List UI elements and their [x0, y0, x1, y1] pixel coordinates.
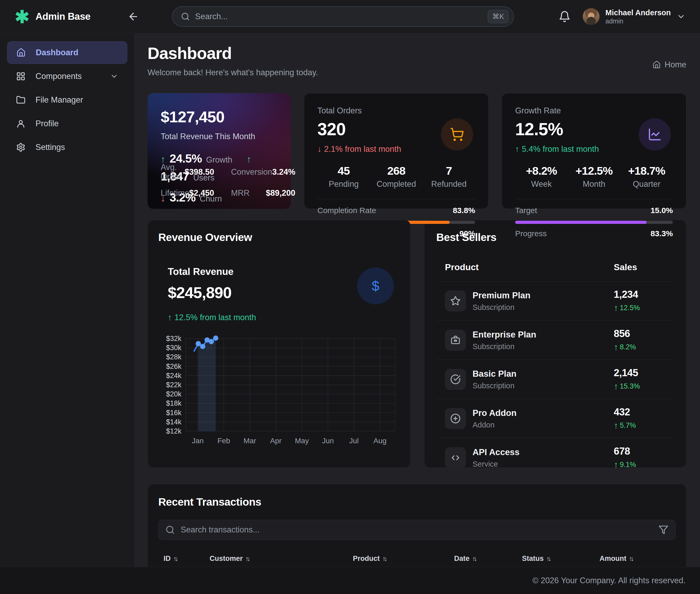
app-header: Admin Base ⌘K Michael Anderson admin [0, 0, 700, 33]
transactions-title: Recent Transactions [158, 496, 675, 508]
grid-icon [16, 71, 26, 81]
growth-quarter: +18.7% Quarter [620, 164, 673, 189]
sidebar-item-dashboard[interactable]: Dashboard [7, 41, 127, 64]
product-name: API Access [473, 447, 614, 457]
sidebar-item-components[interactable]: Components [7, 65, 127, 88]
product-type: Subscription [473, 303, 614, 312]
arrow-up-icon: ↑ [515, 144, 519, 154]
revenue-stat-card: $127,450 Total Revenue This Month ↑ 24.5… [147, 93, 291, 209]
product-name: Basic Plan [473, 369, 614, 379]
home-icon [653, 61, 661, 69]
column-sales: Sales [614, 262, 674, 272]
product-type: Subscription [473, 342, 614, 351]
svg-text:$14k: $14k [166, 418, 181, 426]
arrow-left-icon [128, 11, 139, 22]
revenue-label: Total Revenue This Month [161, 132, 278, 141]
product-change: 15.3% [620, 382, 640, 390]
arrow-up-icon: ↑ [614, 303, 618, 313]
best-seller-row: Enterprise Plan Subscription 856 ↑8.2% [436, 321, 674, 360]
search-shortcut-badge: ⌘K [488, 10, 509, 23]
best-seller-row: Premium Plan Subscription 1,234 ↑12.5% [436, 281, 674, 321]
dollar-icon: $ [357, 268, 394, 304]
svg-text:$24k: $24k [166, 372, 181, 380]
sidebar-item-settings[interactable]: Settings [7, 136, 127, 159]
chevron-down-icon [110, 72, 118, 80]
arrow-up-icon: ↑ [614, 342, 618, 352]
page-subtitle: Welcome back! Here's what's happening to… [147, 68, 318, 77]
column-customer-sort[interactable]: Customer↑↓ [210, 555, 353, 563]
product-type: Addon [473, 421, 614, 429]
arrow-down-icon: ↓ [317, 144, 322, 154]
revenue-value: $127,450 [161, 108, 278, 126]
funnel-icon [659, 525, 668, 535]
sidebar-item-file-manager[interactable]: File Manager [7, 89, 127, 111]
page-title: Dashboard [147, 44, 318, 63]
column-product: Product [445, 262, 479, 272]
global-search: ⌘K [172, 6, 514, 27]
sort-icon: ↑↓ [245, 555, 250, 562]
svg-text:$32k: $32k [166, 335, 181, 342]
orders-pending: 45 Pending [317, 164, 370, 189]
check-circle-icon [445, 369, 466, 390]
product-sales: 678 [614, 446, 674, 457]
svg-text:Jul: Jul [349, 437, 359, 445]
briefcase-icon [445, 330, 466, 351]
brand-name: Admin Base [35, 11, 91, 22]
column-amount-sort[interactable]: Amount↑↓ [600, 555, 675, 563]
column-date-sort[interactable]: Date↑↓ [454, 555, 522, 563]
sort-icon: ↑↓ [629, 555, 634, 562]
svg-text:$30k: $30k [166, 344, 181, 352]
svg-text:Apr: Apr [270, 437, 282, 445]
breadcrumb-home[interactable]: Home [653, 60, 686, 69]
brand-logo-link[interactable]: Admin Base [14, 9, 114, 24]
product-change: 9.1% [620, 461, 636, 469]
svg-text:Jan: Jan [192, 437, 204, 445]
revenue-chart: $32k$30k$28k$26k$24k$22k$20k$18k$16k$14k… [158, 335, 400, 447]
arrow-up-icon: ↑ [614, 420, 618, 431]
svg-text:Feb: Feb [217, 437, 230, 445]
sort-icon: ↑↓ [547, 555, 552, 562]
best-sellers-card: Best Sellers Product Sales Premium Plan … [424, 220, 686, 468]
orders-completed: 268 Completed [370, 164, 423, 189]
arrow-up-icon: ↑ [168, 313, 172, 322]
svg-text:$22k: $22k [166, 381, 181, 389]
svg-text:$26k: $26k [166, 363, 181, 370]
svg-text:May: May [295, 437, 309, 445]
svg-text:$12k: $12k [166, 427, 181, 435]
growth-target-label: Target [515, 206, 537, 215]
arrow-up-icon: ↑ [614, 460, 618, 470]
sidebar-item-label: Settings [35, 142, 65, 152]
filter-button[interactable] [659, 525, 668, 535]
sidebar-item-label: Dashboard [36, 48, 78, 57]
transactions-table-header: ID↑↓ Customer↑↓ Product↑↓ Date↑↓ Status↑… [158, 555, 675, 563]
product-name: Pro Addon [473, 408, 614, 418]
svg-text:$28k: $28k [166, 353, 181, 361]
orders-stat-card: Total Orders 320 ↓ 2.1% from last month … [304, 93, 489, 209]
sidebar: Dashboard Components File Manager Profil… [0, 33, 135, 567]
notifications-button[interactable] [559, 10, 571, 23]
column-id-sort[interactable]: ID↑↓ [164, 555, 210, 563]
column-product-sort[interactable]: Product↑↓ [353, 555, 454, 563]
product-sales: 432 [614, 406, 674, 418]
svg-text:$20k: $20k [166, 390, 181, 398]
global-search-input[interactable] [195, 12, 483, 21]
search-icon [165, 525, 175, 534]
detail-avg-order: Avg. Order$398.50 [161, 163, 214, 182]
transactions-search-input[interactable] [181, 525, 653, 534]
product-type: Subscription [473, 382, 614, 390]
code-icon [445, 447, 466, 468]
user-role: admin [605, 18, 671, 25]
product-sales: 2,145 [614, 367, 674, 378]
growth-title: Growth Rate [515, 106, 673, 116]
svg-text:Jun: Jun [322, 437, 334, 445]
user-name: Michael Anderson [605, 8, 671, 18]
growth-stat-card: Growth Rate 12.5% ↑ 5.4% from last month… [502, 93, 686, 209]
sidebar-item-profile[interactable]: Profile [7, 112, 127, 135]
detail-lifetime: Lifetime$2,450 [161, 188, 214, 198]
best-seller-row: Basic Plan Subscription 2,145 ↑15.3% [436, 360, 674, 399]
column-status-sort[interactable]: Status↑↓ [522, 555, 600, 563]
avatar [583, 8, 600, 25]
user-menu[interactable]: Michael Anderson admin [583, 8, 686, 25]
folder-icon [16, 95, 26, 105]
sidebar-collapse-button[interactable] [128, 11, 139, 22]
